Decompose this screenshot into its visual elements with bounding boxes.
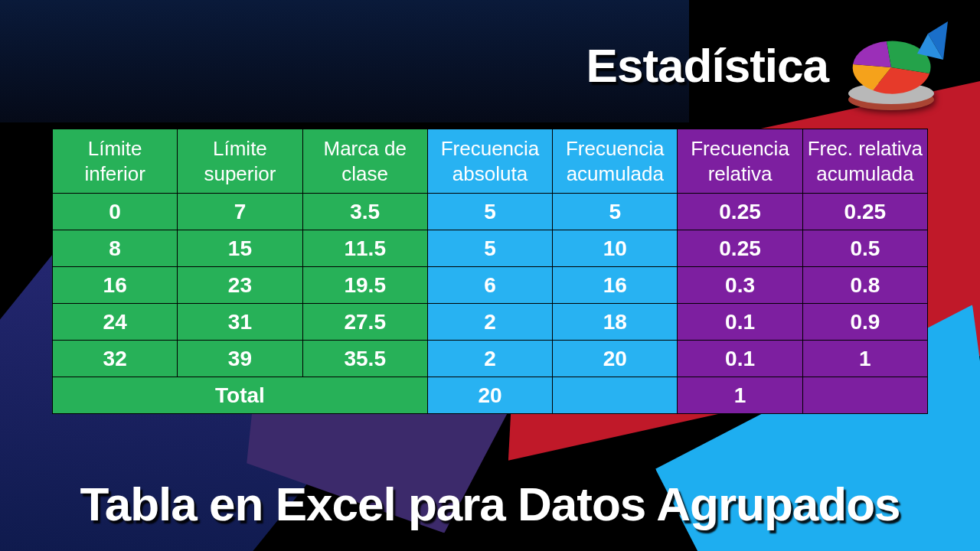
col-frec-relativa: Frecuencia relativa <box>678 129 802 194</box>
total-label: Total <box>53 377 428 414</box>
cell-fa: 2 <box>427 341 552 377</box>
col-limite-inferior: Límite inferior <box>53 129 178 194</box>
cell-fa: 6 <box>427 267 552 304</box>
cell-fra: 0.9 <box>802 304 927 341</box>
total-fr: 1 <box>678 377 802 414</box>
cell-fr: 0.1 <box>678 341 802 377</box>
cell-fra: 1 <box>802 341 927 377</box>
col-limite-superior: Límite superior <box>178 129 302 194</box>
cell-fa: 5 <box>427 194 552 230</box>
cell-fc: 10 <box>553 230 678 267</box>
cell-fra: 0.5 <box>802 230 927 267</box>
cell-fc: 18 <box>553 304 678 341</box>
cell-ls: 39 <box>178 341 302 377</box>
cell-ls: 31 <box>178 304 302 341</box>
cell-fc: 20 <box>553 341 678 377</box>
cell-fr: 0.25 <box>678 194 802 230</box>
cell-ls: 7 <box>178 194 302 230</box>
cell-mc: 3.5 <box>302 194 427 230</box>
cell-li: 16 <box>53 267 178 304</box>
header: Estadística <box>586 15 949 115</box>
footer-title: Tabla en Excel para Datos Agrupados <box>0 477 980 531</box>
total-fc <box>553 377 678 414</box>
cell-li: 24 <box>53 304 178 341</box>
cell-fa: 5 <box>427 230 552 267</box>
table-row: 073.5550.250.25 <box>53 194 928 230</box>
cell-fc: 5 <box>553 194 678 230</box>
table-row: 81511.55100.250.5 <box>53 230 928 267</box>
cell-fr: 0.1 <box>678 304 802 341</box>
cell-fr: 0.25 <box>678 230 802 267</box>
frequency-table: Límite inferior Límite superior Marca de… <box>52 129 928 414</box>
cell-fra: 0.8 <box>802 267 927 304</box>
table-row: 162319.56160.30.8 <box>53 267 928 304</box>
cell-fra: 0.25 <box>802 194 927 230</box>
total-fra <box>802 377 927 414</box>
cell-mc: 19.5 <box>302 267 427 304</box>
col-frec-rel-acum: Frec. relativa acumulada <box>802 129 927 194</box>
cell-li: 8 <box>53 230 178 267</box>
cell-mc: 11.5 <box>302 230 427 267</box>
cell-mc: 35.5 <box>302 341 427 377</box>
total-fa: 20 <box>427 377 552 414</box>
table-row: 243127.52180.10.9 <box>53 304 928 341</box>
col-frec-absoluta: Frecuencia absoluta <box>427 129 552 194</box>
cell-fc: 16 <box>553 267 678 304</box>
col-marca-clase: Marca de clase <box>302 129 427 194</box>
page-title: Estadística <box>586 38 828 93</box>
cell-li: 0 <box>53 194 178 230</box>
cell-mc: 27.5 <box>302 304 427 341</box>
col-frec-acumulada: Frecuencia acumulada <box>553 129 678 194</box>
table-header-row: Límite inferior Límite superior Marca de… <box>53 129 928 194</box>
cell-ls: 15 <box>178 230 302 267</box>
table-total-row: Total201 <box>53 377 928 414</box>
cell-li: 32 <box>53 341 178 377</box>
table-row: 323935.52200.11 <box>53 341 928 377</box>
cell-fa: 2 <box>427 304 552 341</box>
cell-fr: 0.3 <box>678 267 802 304</box>
cell-ls: 23 <box>178 267 302 304</box>
pie-chart-icon <box>842 15 949 115</box>
